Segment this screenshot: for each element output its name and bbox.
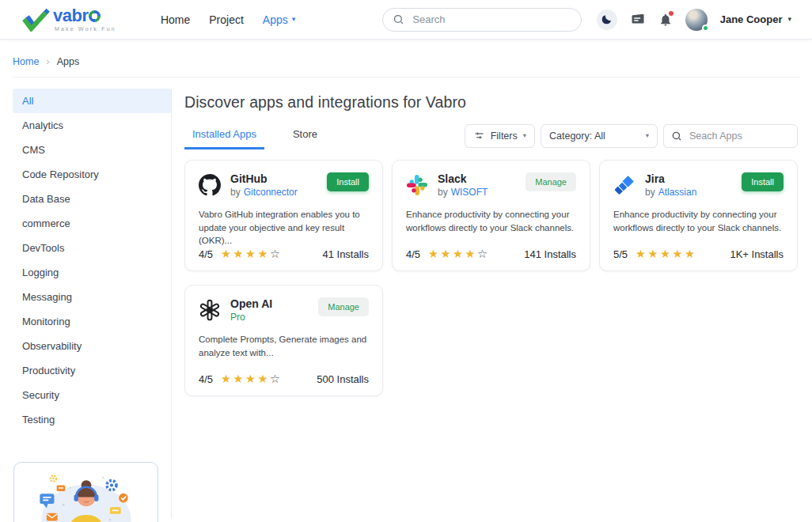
install-button[interactable]: Install [327, 172, 369, 191]
app-card-jira: Jira by Atlassian Install Enhance produc… [599, 160, 798, 271]
toolbar: Installed Apps Store Filters ▾ Category:… [184, 122, 798, 149]
filter-controls: Filters ▾ Category: All ▾ [465, 124, 798, 148]
stars-empty: ☆ [477, 248, 490, 260]
sidebar-item-code-repository[interactable]: Code Repository [13, 162, 171, 187]
manage-button[interactable]: Manage [318, 297, 369, 316]
sidebar-promo-card [13, 462, 158, 522]
app-title-block: GitHub by Gitconnector [230, 172, 298, 199]
user-menu[interactable]: Jane Cooper ▾ [720, 13, 791, 25]
apps-search-input[interactable] [688, 130, 790, 142]
card-header: Jira by Atlassian Install [613, 172, 784, 199]
app-byline: Pro [230, 312, 272, 323]
manage-button[interactable]: Manage [526, 172, 576, 191]
promo-illustration [23, 469, 150, 522]
card-header: GitHub by Gitconnector Install [199, 172, 369, 199]
plan-badge: Pro [230, 312, 245, 323]
search-icon [671, 130, 682, 142]
global-search[interactable] [382, 8, 582, 32]
online-status-dot [702, 25, 709, 32]
notification-badge [669, 11, 674, 16]
sidebar-item-messaging[interactable]: Messaging [13, 285, 171, 309]
tab-installed-apps[interactable]: Installed Apps [184, 122, 264, 149]
app-title-block: Open AI Pro [230, 297, 272, 323]
brand-logo[interactable]: vabr Make Work Fun [22, 7, 116, 32]
card-header: Open AI Pro Manage [199, 297, 369, 323]
category-select[interactable]: Category: All ▾ [541, 124, 658, 148]
avatar[interactable] [685, 9, 708, 31]
category-value: Category: All [549, 130, 605, 142]
main-panel: Discover apps and integrations for Vabro… [172, 89, 799, 518]
brand-name: vabr [53, 7, 116, 25]
installs-count: 141 Installs [524, 248, 576, 260]
chevron-down-icon: ▾ [787, 16, 791, 23]
sidebar-item-security[interactable]: Security [13, 383, 171, 407]
byline-prefix: by [438, 187, 448, 199]
nav-item-apps[interactable]: Apps▾ [263, 13, 295, 26]
sidebar-item-all[interactable]: All [13, 89, 171, 113]
stars-filled: ★★★★★ [636, 248, 697, 260]
rating-value: 4/5 [199, 373, 213, 385]
brand-tagline: Make Work Fun [53, 26, 116, 32]
sidebar-item-cms[interactable]: CMS [13, 138, 171, 162]
app-description: Vabro GitHub integration enables you to … [199, 208, 369, 248]
sidebar-item-data-base[interactable]: Data Base [13, 187, 171, 211]
messages-button[interactable] [630, 12, 646, 28]
sidebar: All Analytics CMS Code Repository Data B… [13, 89, 172, 518]
sidebar-item-testing[interactable]: Testing [13, 407, 171, 432]
rating-value: 5/5 [613, 248, 628, 260]
sidebar-item-productivity[interactable]: Productivity [13, 358, 171, 383]
byline-prefix: by [230, 187, 241, 199]
sidebar-item-observability[interactable]: Observability [13, 334, 171, 358]
nav-item-project[interactable]: Project [209, 13, 244, 26]
rating-value: 4/5 [199, 248, 213, 260]
content: All Analytics CMS Code Repository Data B… [13, 89, 799, 518]
breadcrumb-current: Apps [57, 56, 80, 67]
rating-value: 4/5 [406, 248, 420, 260]
sidebar-item-analytics[interactable]: Analytics [13, 113, 171, 138]
stars-filled: ★★★★ [428, 248, 477, 260]
dark-mode-toggle[interactable] [597, 9, 617, 30]
jira-logo-icon [613, 174, 636, 196]
sidebar-item-monitoring[interactable]: Monitoring [13, 309, 171, 334]
topbar-actions: Jane Cooper ▾ [597, 9, 791, 31]
notifications-button[interactable] [658, 13, 673, 27]
app-cards-grid: GitHub by Gitconnector Install Vabro Git… [184, 160, 798, 396]
filters-button[interactable]: Filters ▾ [465, 124, 535, 148]
sidebar-item-devtools[interactable]: DevTools [13, 236, 171, 260]
sidebar-item-logging[interactable]: Logging [13, 260, 171, 285]
app-card-slack: Slack by WISOFT Manage Enhance productiv… [392, 160, 590, 271]
filter-icon [473, 130, 485, 142]
app-title-block: Jira by Atlassian [645, 172, 696, 199]
app-name: Jira [645, 172, 696, 185]
breadcrumb-home[interactable]: Home [13, 56, 39, 67]
nav-apps-label: Apps [263, 13, 288, 26]
app-description: Complete Prompts, Generate images and an… [199, 333, 369, 359]
vendor-link[interactable]: WISOFT [451, 187, 488, 199]
sidebar-item-commerce[interactable]: commerce [13, 211, 171, 236]
card-header: Slack by WISOFT Manage [406, 172, 576, 199]
slack-logo-icon [406, 174, 428, 196]
tab-store[interactable]: Store [285, 122, 325, 149]
install-button[interactable]: Install [742, 172, 784, 191]
installs-count: 500 Installs [317, 373, 369, 385]
installs-count: 1K+ Installs [730, 248, 784, 260]
vendor-link[interactable]: Gitconnector [244, 187, 298, 199]
stars-filled: ★★★★ [221, 373, 270, 385]
vendor-link[interactable]: Atlassian [658, 187, 697, 199]
global-search-input[interactable] [411, 13, 571, 26]
github-logo-icon [199, 174, 221, 196]
brand-o-icon [89, 10, 101, 22]
main-nav: Home Project Apps▾ [161, 13, 295, 26]
breadcrumb-separator-icon: › [46, 55, 49, 67]
nav-item-home[interactable]: Home [161, 13, 190, 26]
app-description: Enhance productivity by connecting your … [613, 208, 784, 234]
openai-logo-icon [199, 299, 221, 321]
brand-name-text: vabr [53, 7, 88, 25]
apps-search[interactable] [663, 124, 798, 148]
star-rating: ★★★★★ [636, 248, 697, 260]
tabs: Installed Apps Store [184, 122, 325, 149]
card-footer: 4/5 ★★★★☆ 500 Installs [199, 373, 369, 385]
app-card-openai: Open AI Pro Manage Complete Prompts, Gen… [184, 285, 383, 396]
byline-prefix: by [645, 187, 655, 199]
moon-icon [601, 13, 613, 25]
